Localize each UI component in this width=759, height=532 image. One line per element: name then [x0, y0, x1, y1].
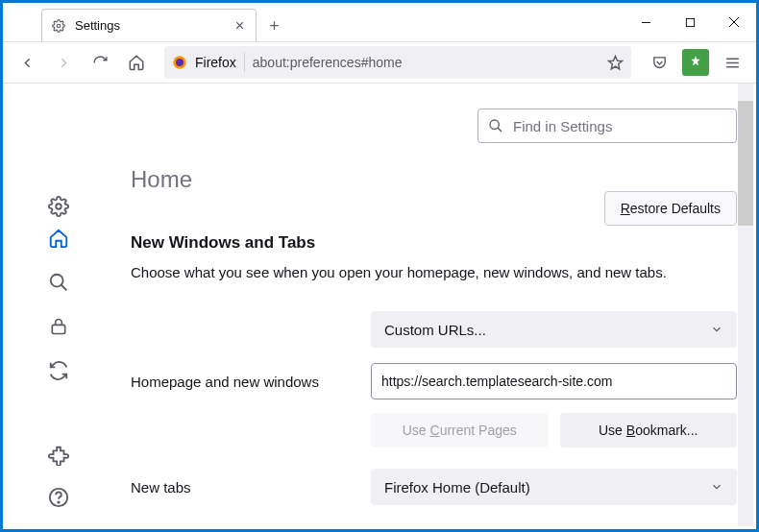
bookmark-star-icon[interactable] — [607, 55, 624, 71]
url-address-text: about:preferences#home — [253, 55, 600, 70]
browser-tab-settings[interactable]: Settings — [41, 9, 257, 41]
svg-point-4 — [56, 204, 61, 209]
title-bar: Settings — [3, 3, 756, 41]
sidebar-item-search[interactable] — [48, 272, 69, 293]
sidebar-item-extensions[interactable] — [48, 445, 69, 466]
svg-point-3 — [176, 59, 184, 66]
close-icon[interactable] — [233, 19, 246, 32]
homepage-label: Homepage and new windows — [131, 374, 352, 390]
url-identity-label: Firefox — [195, 55, 236, 70]
content-area: Find in Settings Home Restore Defaults N… — [3, 84, 756, 529]
address-bar[interactable]: Firefox about:preferences#home — [164, 46, 631, 79]
use-bookmark-button[interactable]: Use Bookmark... — [560, 413, 738, 447]
app-menu-button[interactable] — [716, 46, 748, 79]
vertical-scrollbar-thumb[interactable] — [738, 101, 753, 226]
svg-point-8 — [58, 501, 59, 502]
window-minimize-button[interactable] — [624, 3, 668, 41]
chevron-down-icon — [710, 323, 723, 336]
new-tab-button[interactable] — [257, 9, 291, 41]
section-title-new-windows-tabs: New Windows and Tabs — [131, 233, 737, 253]
find-in-settings-input[interactable]: Find in Settings — [477, 109, 737, 143]
vertical-scrollbar-track[interactable] — [738, 84, 753, 526]
svg-rect-6 — [52, 325, 64, 333]
window-close-button[interactable] — [712, 3, 756, 41]
forward-button — [47, 46, 80, 79]
restore-defaults-button[interactable]: Restore Defaults — [604, 191, 737, 226]
homepage-url-value: https://search.templatesearch-site.com — [381, 374, 612, 389]
section-description: Choose what you see when you open your h… — [131, 262, 737, 282]
page-title: Home — [131, 166, 737, 193]
svg-rect-1 — [686, 18, 694, 26]
svg-point-0 — [57, 24, 61, 28]
sidebar-item-general[interactable] — [48, 196, 69, 217]
newtabs-mode-value: Firefox Home (Default) — [384, 479, 530, 496]
extension-button[interactable] — [679, 46, 712, 79]
tab-title: Settings — [75, 18, 224, 33]
reload-button[interactable] — [84, 46, 116, 79]
newtabs-label: New tabs — [131, 479, 352, 496]
use-current-pages-button: Use Current Pages — [371, 413, 549, 447]
homepage-url-input[interactable]: https://search.templatesearch-site.com — [371, 363, 737, 399]
url-divider — [244, 53, 245, 72]
pocket-button[interactable] — [643, 46, 675, 79]
gear-icon — [52, 19, 65, 33]
newtabs-mode-select[interactable]: Firefox Home (Default) — [371, 469, 737, 505]
find-placeholder: Find in Settings — [513, 118, 612, 134]
window-maximize-button[interactable] — [668, 3, 712, 41]
back-button[interactable] — [11, 46, 43, 79]
sidebar-item-support[interactable] — [48, 487, 69, 508]
homepage-mode-value: Custom URLs... — [384, 322, 486, 338]
home-button[interactable] — [120, 46, 153, 79]
preferences-main: Find in Settings Home Restore Defaults N… — [113, 84, 756, 529]
navigation-toolbar: Firefox about:preferences#home — [3, 41, 756, 84]
chevron-down-icon — [710, 480, 723, 494]
sidebar-item-privacy[interactable] — [48, 316, 69, 337]
homepage-mode-select[interactable]: Custom URLs... — [371, 311, 737, 348]
firefox-logo-icon — [172, 55, 187, 70]
sidebar-item-sync[interactable] — [48, 360, 69, 381]
svg-point-5 — [50, 275, 62, 287]
svg-point-9 — [490, 120, 499, 129]
preferences-sidebar — [3, 84, 113, 529]
search-icon — [488, 118, 503, 133]
sidebar-item-home[interactable] — [48, 228, 69, 249]
